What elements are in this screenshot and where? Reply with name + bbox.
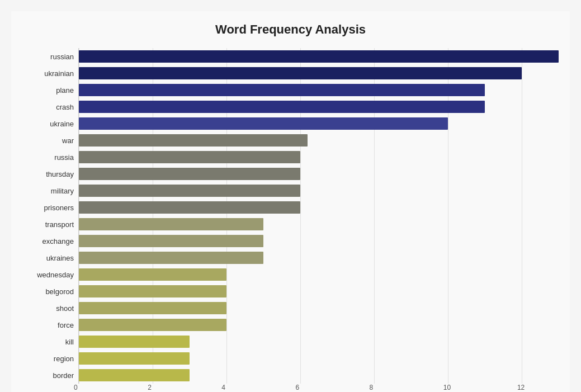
grid-line: [226, 48, 227, 384]
bar: [79, 235, 263, 247]
y-label: crash: [56, 103, 74, 111]
bar: [79, 84, 485, 96]
x-tick: 10: [443, 384, 451, 391]
bar: [79, 117, 448, 130]
grid-line: [522, 48, 522, 384]
y-label: belgorod: [45, 288, 74, 295]
bar-row: [79, 66, 559, 81]
bar: [79, 369, 190, 381]
bar-row: [79, 49, 559, 64]
bar: [79, 352, 190, 365]
bar: [79, 285, 226, 297]
bar-row: [79, 116, 559, 131]
y-label: shoot: [56, 305, 74, 312]
y-label: war: [62, 137, 74, 144]
bar-row: [79, 368, 559, 382]
bar-row: [79, 83, 559, 97]
x-tick: 6: [295, 384, 299, 391]
bar: [79, 151, 300, 163]
bar: [79, 185, 300, 197]
x-tick: 2: [148, 384, 152, 391]
grid-line: [153, 48, 153, 384]
bar: [79, 201, 300, 214]
bar-row: [79, 251, 559, 265]
bar-row: [79, 301, 559, 315]
x-tick: 4: [221, 384, 225, 391]
bar-row: [79, 234, 559, 248]
bar: [79, 302, 226, 314]
bar-row: [79, 351, 559, 366]
y-label: prisoners: [44, 204, 74, 211]
y-label: kill: [65, 338, 74, 346]
x-tick: 0: [74, 384, 78, 391]
grid-line: [79, 48, 79, 384]
bar-row: [79, 334, 559, 349]
bar-row: [79, 133, 559, 148]
y-axis: russianukrainianplanecrashukrainewarruss…: [22, 48, 78, 384]
x-tick: 8: [370, 384, 374, 391]
y-label: ukrainian: [44, 70, 74, 77]
bar: [79, 336, 190, 348]
bar: [79, 134, 308, 147]
chart-area: russianukrainianplanecrashukrainewarruss…: [22, 48, 559, 384]
chart-title: Word Frequency Analysis: [22, 22, 559, 37]
bar: [79, 168, 300, 180]
y-label: force: [58, 322, 74, 329]
y-label: ukraine: [50, 120, 74, 127]
y-label: exchange: [42, 238, 74, 245]
bar: [79, 268, 226, 281]
y-label: plane: [56, 87, 74, 94]
bar: [79, 319, 226, 331]
chart-container: Word Frequency Analysis russianukrainian…: [11, 11, 570, 392]
y-label: thursday: [46, 171, 74, 178]
x-tick: 12: [517, 384, 525, 391]
bar-row: [79, 150, 559, 164]
y-label: transport: [45, 221, 74, 228]
grid-line: [448, 48, 448, 384]
bar-row: [79, 183, 559, 198]
y-label: border: [53, 372, 74, 379]
y-label: region: [54, 355, 74, 362]
y-label: military: [51, 187, 74, 195]
y-label: wednesday: [37, 271, 74, 278]
bar-row: [79, 167, 559, 181]
bar-row: [79, 200, 559, 215]
bar-row: [79, 217, 559, 232]
bar-row: [79, 100, 559, 114]
x-axis: 024681012: [78, 384, 559, 392]
bar: [79, 67, 522, 79]
bar-row: [79, 318, 559, 332]
bar: [79, 218, 263, 230]
y-label: russian: [50, 53, 74, 60]
bar: [79, 252, 263, 264]
bar-row: [79, 267, 559, 282]
bar: [79, 50, 559, 63]
y-label: ukraines: [46, 254, 74, 262]
grid-line: [300, 48, 301, 384]
plot-area: [78, 48, 559, 384]
bar: [79, 101, 485, 113]
bar-row: [79, 284, 559, 299]
grid-line: [374, 48, 375, 384]
y-label: russia: [54, 154, 74, 161]
